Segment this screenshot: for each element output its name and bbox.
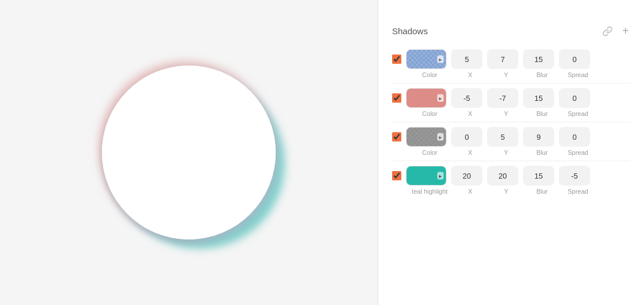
shadow-3-spread-label: Spread: [562, 149, 594, 156]
shadow-3-blur-field[interactable]: [523, 127, 554, 147]
shadow-4-color-label: teal highlight: [409, 188, 450, 195]
shadow-4-blur-field[interactable]: [523, 166, 554, 186]
circle-preview: [102, 66, 276, 239]
shadow-1-y-field[interactable]: [487, 49, 518, 69]
shadow-1-x-label: X: [455, 71, 486, 78]
panel-header: Shadows +: [392, 23, 630, 39]
shadow-4-color-swatch[interactable]: ▸: [406, 166, 447, 186]
shadow-2-spread-field[interactable]: [559, 88, 590, 108]
shadow-4-labels: teal highlight X Y Blur Spread: [409, 188, 630, 195]
circle-inner: [102, 66, 276, 239]
link-icon-button[interactable]: [601, 25, 614, 38]
add-shadow-button[interactable]: +: [621, 23, 630, 39]
swatch-4-arrow-icon: ▸: [437, 172, 444, 180]
shadow-4-x-field[interactable]: [451, 166, 482, 186]
shadow-2-y-field[interactable]: [487, 88, 518, 108]
shadow-3-color-swatch[interactable]: ▸: [406, 127, 447, 147]
shadow-row-group-4: ▸ teal highlight X Y Blur Spread: [392, 166, 630, 199]
shadow-2-color-swatch[interactable]: ▸: [406, 88, 447, 108]
shadow-2-blur-field[interactable]: [523, 88, 554, 108]
panel-actions: +: [601, 23, 630, 39]
shadow-2-y-label: Y: [491, 110, 522, 117]
shadow-1-spread-label: Spread: [562, 71, 594, 78]
shadow-4-x-label: X: [455, 188, 486, 195]
shadow-1-blur-label: Blur: [526, 71, 558, 78]
shadow-4-y-field[interactable]: [487, 166, 518, 186]
shadow-row-3: ▸: [392, 127, 630, 147]
panel-title: Shadows: [392, 26, 428, 36]
shadow-1-blur-field[interactable]: [523, 49, 554, 69]
shadow-2-color-label: Color: [409, 110, 450, 117]
shadow-3-y-field[interactable]: [487, 127, 518, 147]
shadow-3-spread-field[interactable]: [559, 127, 590, 147]
shadow-row-2: ▸: [392, 88, 630, 108]
shadow-1-spread-field[interactable]: [559, 49, 590, 69]
shadow-2-blur-label: Blur: [526, 110, 558, 117]
shadow-4-blur-label: Blur: [526, 188, 558, 195]
shadow-2-labels: Color X Y Blur Spread: [409, 110, 630, 117]
shadow-2-x-label: X: [455, 110, 486, 117]
shadow-4-spread-label: Spread: [562, 188, 594, 195]
shadow-2-x-field[interactable]: [451, 88, 482, 108]
shadow-1-color-swatch[interactable]: ▸: [406, 49, 447, 69]
shadows-panel: Shadows + ▸: [378, 0, 644, 305]
shadow-2-checkbox[interactable]: [392, 93, 401, 103]
shadow-row-group-3: ▸ Color X Y Blur Spread: [392, 127, 630, 161]
shadow-3-x-label: X: [455, 149, 486, 156]
shadow-4-checkbox[interactable]: [392, 171, 401, 180]
shadow-1-y-label: Y: [491, 71, 522, 78]
shadow-1-color-label: Color: [409, 71, 450, 78]
circle-container: [85, 42, 293, 263]
shadow-1-labels: Color X Y Blur Spread: [409, 71, 630, 78]
shadow-4-spread-field[interactable]: [559, 166, 590, 186]
shadow-row-1: ▸: [392, 49, 630, 69]
shadow-1-x-field[interactable]: [451, 49, 482, 69]
shadow-3-blur-label: Blur: [526, 149, 558, 156]
shadow-row-4: ▸: [392, 166, 630, 186]
shadow-2-spread-label: Spread: [562, 110, 594, 117]
swatch-3-arrow-icon: ▸: [437, 133, 444, 141]
swatch-1-arrow-icon: ▸: [437, 56, 444, 63]
shadow-3-y-label: Y: [491, 149, 522, 156]
shadow-row-group-1: ▸ Color X Y Blur Spread: [392, 49, 630, 83]
swatch-2-arrow-icon: ▸: [437, 95, 444, 102]
shadows-list: ▸ Color X Y Blur Spread ▸: [392, 49, 630, 199]
shadow-4-y-label: Y: [491, 188, 522, 195]
shadow-row-group-2: ▸ Color X Y Blur Spread: [392, 88, 630, 122]
shadow-1-checkbox[interactable]: [392, 55, 401, 64]
canvas-area: [0, 0, 378, 305]
shadow-3-checkbox[interactable]: [392, 132, 401, 141]
shadow-3-color-label: Color: [409, 149, 450, 156]
shadow-3-labels: Color X Y Blur Spread: [409, 149, 630, 156]
shadow-3-x-field[interactable]: [451, 127, 482, 147]
